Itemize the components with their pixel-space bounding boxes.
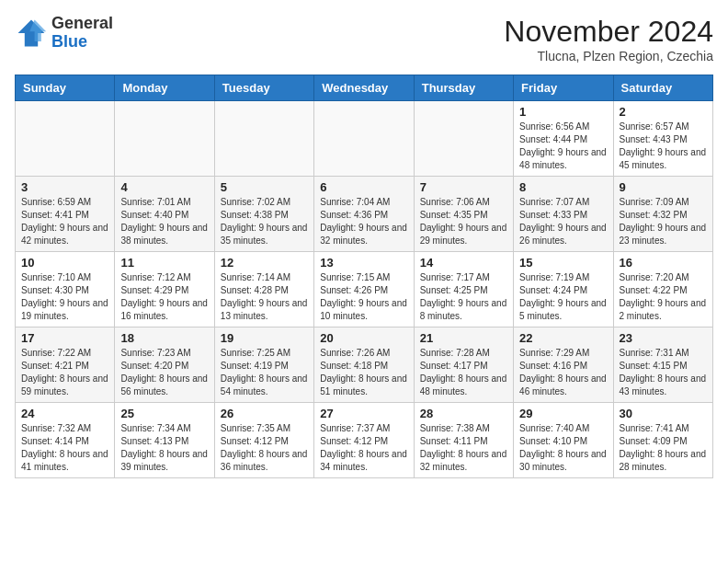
calendar-cell: 5Sunrise: 7:02 AMSunset: 4:38 PMDaylight…: [214, 177, 313, 252]
header-tuesday: Tuesday: [214, 75, 313, 101]
calendar-cell: [414, 101, 513, 177]
header-wednesday: Wednesday: [314, 75, 414, 101]
day-info: Sunrise: 7:40 AMSunset: 4:10 PMDaylight:…: [519, 422, 607, 474]
calendar-cell: [314, 101, 414, 177]
day-number: 12: [221, 256, 308, 270]
logo-general: General: [51, 15, 113, 33]
calendar-cell: 24Sunrise: 7:32 AMSunset: 4:14 PMDayligh…: [16, 403, 115, 478]
calendar-cell: 1Sunrise: 6:56 AMSunset: 4:44 PMDaylight…: [514, 101, 613, 177]
calendar-cell: 14Sunrise: 7:17 AMSunset: 4:25 PMDayligh…: [414, 252, 513, 327]
day-info: Sunrise: 7:28 AMSunset: 4:17 PMDaylight:…: [420, 347, 507, 398]
day-number: 22: [519, 331, 607, 345]
calendar-cell: 16Sunrise: 7:20 AMSunset: 4:22 PMDayligh…: [613, 252, 712, 327]
header-sunday: Sunday: [16, 75, 115, 101]
calendar-cell: 10Sunrise: 7:10 AMSunset: 4:30 PMDayligh…: [16, 252, 115, 327]
day-number: 16: [620, 256, 707, 270]
calendar-cell: 12Sunrise: 7:14 AMSunset: 4:28 PMDayligh…: [214, 252, 313, 327]
calendar-cell: 22Sunrise: 7:29 AMSunset: 4:16 PMDayligh…: [514, 327, 613, 403]
day-number: 3: [21, 180, 108, 194]
calendar-cell: 3Sunrise: 6:59 AMSunset: 4:41 PMDaylight…: [16, 177, 115, 252]
calendar-subtitle: Tlucna, Plzen Region, Czechia: [504, 49, 713, 63]
calendar-week-5: 24Sunrise: 7:32 AMSunset: 4:14 PMDayligh…: [16, 403, 713, 478]
day-info: Sunrise: 7:15 AMSunset: 4:26 PMDaylight:…: [320, 271, 407, 323]
calendar-week-1: 1Sunrise: 6:56 AMSunset: 4:44 PMDaylight…: [16, 101, 713, 177]
calendar-cell: 19Sunrise: 7:25 AMSunset: 4:19 PMDayligh…: [214, 327, 313, 403]
day-info: Sunrise: 6:59 AMSunset: 4:41 PMDaylight:…: [21, 196, 108, 247]
day-number: 4: [120, 180, 208, 194]
day-info: Sunrise: 7:02 AMSunset: 4:38 PMDaylight:…: [221, 196, 308, 247]
day-info: Sunrise: 7:12 AMSunset: 4:29 PMDaylight:…: [120, 271, 208, 323]
calendar-cell: 4Sunrise: 7:01 AMSunset: 4:40 PMDaylight…: [115, 177, 214, 252]
day-number: 7: [420, 180, 507, 194]
day-info: Sunrise: 7:20 AMSunset: 4:22 PMDaylight:…: [620, 271, 707, 323]
day-info: Sunrise: 7:34 AMSunset: 4:13 PMDaylight:…: [120, 422, 208, 474]
day-info: Sunrise: 7:19 AMSunset: 4:24 PMDaylight:…: [519, 271, 607, 323]
calendar-cell: 13Sunrise: 7:15 AMSunset: 4:26 PMDayligh…: [314, 252, 414, 327]
day-number: 24: [21, 407, 108, 420]
day-info: Sunrise: 7:10 AMSunset: 4:30 PMDaylight:…: [21, 271, 108, 323]
title-area: November 2024 Tlucna, Plzen Region, Czec…: [504, 15, 713, 63]
calendar-cell: 23Sunrise: 7:31 AMSunset: 4:15 PMDayligh…: [613, 327, 712, 403]
day-number: 23: [620, 331, 707, 345]
logo-blue: Blue: [51, 33, 113, 52]
day-info: Sunrise: 7:01 AMSunset: 4:40 PMDaylight:…: [120, 196, 208, 247]
header-saturday: Saturday: [613, 75, 712, 101]
header-thursday: Thursday: [414, 75, 513, 101]
header-row: Sunday Monday Tuesday Wednesday Thursday…: [16, 75, 713, 101]
calendar-week-2: 3Sunrise: 6:59 AMSunset: 4:41 PMDaylight…: [16, 177, 713, 252]
day-info: Sunrise: 7:14 AMSunset: 4:28 PMDaylight:…: [221, 271, 308, 323]
header-friday: Friday: [514, 75, 613, 101]
day-info: Sunrise: 7:35 AMSunset: 4:12 PMDaylight:…: [221, 422, 308, 474]
day-number: 21: [420, 331, 507, 345]
day-number: 9: [620, 180, 707, 194]
calendar-cell: 18Sunrise: 7:23 AMSunset: 4:20 PMDayligh…: [115, 327, 214, 403]
day-info: Sunrise: 6:57 AMSunset: 4:43 PMDaylight:…: [620, 121, 707, 172]
day-info: Sunrise: 7:31 AMSunset: 4:15 PMDaylight:…: [620, 347, 707, 398]
calendar-cell: 21Sunrise: 7:28 AMSunset: 4:17 PMDayligh…: [414, 327, 513, 403]
calendar-body: 1Sunrise: 6:56 AMSunset: 4:44 PMDaylight…: [16, 101, 713, 478]
calendar-table: Sunday Monday Tuesday Wednesday Thursday…: [15, 75, 713, 478]
header-monday: Monday: [115, 75, 214, 101]
day-info: Sunrise: 7:07 AMSunset: 4:33 PMDaylight:…: [519, 196, 607, 247]
calendar-cell: 2Sunrise: 6:57 AMSunset: 4:43 PMDaylight…: [613, 101, 712, 177]
calendar-cell: [115, 101, 214, 177]
calendar-cell: 25Sunrise: 7:34 AMSunset: 4:13 PMDayligh…: [115, 403, 214, 478]
day-info: Sunrise: 7:38 AMSunset: 4:11 PMDaylight:…: [420, 422, 507, 474]
calendar-cell: 29Sunrise: 7:40 AMSunset: 4:10 PMDayligh…: [514, 403, 613, 478]
day-number: 18: [120, 331, 208, 345]
day-info: Sunrise: 7:41 AMSunset: 4:09 PMDaylight:…: [620, 422, 707, 474]
day-info: Sunrise: 7:06 AMSunset: 4:35 PMDaylight:…: [420, 196, 507, 247]
page-header: General Blue November 2024 Tlucna, Plzen…: [15, 15, 713, 63]
calendar-week-3: 10Sunrise: 7:10 AMSunset: 4:30 PMDayligh…: [16, 252, 713, 327]
calendar-cell: [214, 101, 313, 177]
calendar-cell: 27Sunrise: 7:37 AMSunset: 4:12 PMDayligh…: [314, 403, 414, 478]
calendar-cell: 17Sunrise: 7:22 AMSunset: 4:21 PMDayligh…: [16, 327, 115, 403]
day-info: Sunrise: 7:26 AMSunset: 4:18 PMDaylight:…: [320, 347, 407, 398]
calendar-cell: 11Sunrise: 7:12 AMSunset: 4:29 PMDayligh…: [115, 252, 214, 327]
calendar-cell: 28Sunrise: 7:38 AMSunset: 4:11 PMDayligh…: [414, 403, 513, 478]
day-info: Sunrise: 7:32 AMSunset: 4:14 PMDaylight:…: [21, 422, 108, 474]
calendar-cell: 30Sunrise: 7:41 AMSunset: 4:09 PMDayligh…: [613, 403, 712, 478]
day-number: 1: [519, 105, 607, 119]
calendar-title: November 2024: [504, 15, 713, 49]
day-info: Sunrise: 6:56 AMSunset: 4:44 PMDaylight:…: [519, 121, 607, 172]
day-number: 14: [420, 256, 507, 270]
day-number: 20: [320, 331, 407, 345]
day-number: 11: [120, 256, 208, 270]
calendar-cell: 15Sunrise: 7:19 AMSunset: 4:24 PMDayligh…: [514, 252, 613, 327]
day-number: 30: [620, 407, 707, 420]
day-info: Sunrise: 7:17 AMSunset: 4:25 PMDaylight:…: [420, 271, 507, 323]
calendar-cell: [16, 101, 115, 177]
day-info: Sunrise: 7:25 AMSunset: 4:19 PMDaylight:…: [221, 347, 308, 398]
day-info: Sunrise: 7:22 AMSunset: 4:21 PMDaylight:…: [21, 347, 108, 398]
logo-text: General Blue: [51, 15, 113, 52]
day-number: 13: [320, 256, 407, 270]
day-info: Sunrise: 7:04 AMSunset: 4:36 PMDaylight:…: [320, 196, 407, 247]
day-info: Sunrise: 7:23 AMSunset: 4:20 PMDaylight:…: [120, 347, 208, 398]
calendar-cell: 20Sunrise: 7:26 AMSunset: 4:18 PMDayligh…: [314, 327, 414, 403]
day-info: Sunrise: 7:09 AMSunset: 4:32 PMDaylight:…: [620, 196, 707, 247]
day-number: 27: [320, 407, 407, 420]
calendar-cell: 26Sunrise: 7:35 AMSunset: 4:12 PMDayligh…: [214, 403, 313, 478]
calendar-cell: 8Sunrise: 7:07 AMSunset: 4:33 PMDaylight…: [514, 177, 613, 252]
day-number: 28: [420, 407, 507, 420]
